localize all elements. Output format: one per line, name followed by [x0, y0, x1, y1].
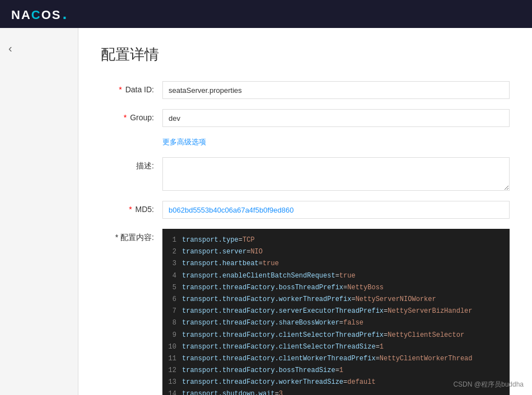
back-button[interactable]: ‹ — [6, 39, 72, 58]
line-number: 12 — [162, 365, 182, 376]
code-line: 4transport.enableClientBatchSendRequest=… — [162, 270, 510, 282]
data-id-row: * Data ID: — [101, 81, 510, 99]
group-row: * Group: — [101, 109, 510, 127]
required-mark: * — [119, 85, 122, 94]
page-title: 配置详情 — [101, 45, 510, 64]
line-number: 1 — [162, 235, 182, 246]
line-number: 13 — [162, 377, 182, 388]
required-mark3: * — [129, 205, 132, 214]
line-number: 11 — [162, 354, 182, 364]
line-content: transport.threadFactory.clientSelectorTh… — [182, 342, 384, 352]
line-number: 2 — [162, 247, 182, 257]
line-content: transport.threadFactory.bossThreadSize=1 — [182, 365, 343, 376]
md5-label: * MD5: — [101, 201, 162, 214]
config-content-row: * 配置内容: 1transport.type=TCP2transport.se… — [101, 229, 510, 395]
code-line: 10transport.threadFactory.clientSelector… — [162, 341, 510, 353]
line-number: 3 — [162, 258, 182, 269]
desc-row: 描述: — [101, 157, 510, 191]
group-label: * Group: — [101, 109, 162, 122]
line-number: 7 — [162, 306, 182, 317]
line-content: transport.threadFactory.serverExecutorTh… — [182, 306, 473, 317]
brand: NACOS. — [11, 5, 68, 23]
nacos-logo: NACOS. — [11, 5, 68, 23]
line-number: 6 — [162, 294, 182, 305]
code-line: 5transport.threadFactory.bossThreadPrefi… — [162, 282, 510, 294]
advanced-options-link[interactable]: 更多高级选项 — [162, 137, 510, 147]
line-content: transport.threadFactory.clientWorkerThre… — [182, 354, 473, 364]
code-editor[interactable]: 1transport.type=TCP2transport.server=NIO… — [162, 229, 510, 395]
md5-input[interactable] — [162, 201, 510, 219]
navbar: NACOS. — [0, 0, 532, 28]
code-line: 6transport.threadFactory.workerThreadPre… — [162, 294, 510, 305]
line-content: transport.threadFactory.workerThreadSize… — [182, 377, 376, 388]
line-number: 10 — [162, 342, 182, 352]
code-line: 7transport.threadFactory.serverExecutorT… — [162, 305, 510, 317]
group-input[interactable] — [162, 109, 510, 127]
line-content: transport.shutdown.wait=3 — [182, 389, 283, 395]
line-number: 4 — [162, 271, 182, 281]
code-line: 2transport.server=NIO — [162, 246, 510, 258]
line-content: transport.type=TCP — [182, 235, 255, 246]
required-mark2: * — [124, 113, 127, 122]
line-number: 5 — [162, 283, 182, 293]
line-content: transport.enableClientBatchSendRequest=t… — [182, 271, 356, 281]
code-line: 12transport.threadFactory.bossThreadSize… — [162, 365, 510, 377]
md5-row: * MD5: — [101, 201, 510, 219]
nacos-dot: . — [62, 5, 68, 22]
code-line: 1transport.type=TCP — [162, 234, 510, 246]
desc-textarea[interactable] — [162, 157, 510, 191]
line-content: transport.threadFactory.bossThreadPrefix… — [182, 283, 384, 293]
data-id-label: * Data ID: — [101, 81, 162, 94]
required-mark4: * — [115, 233, 118, 242]
main-content: 配置详情 * Data ID: * Group: 更多高级选项 描述: — [78, 28, 532, 395]
code-line: 3transport.heartbeat=true — [162, 258, 510, 270]
watermark: CSDN @程序员buddha — [453, 380, 524, 389]
line-number: 9 — [162, 330, 182, 341]
desc-label: 描述: — [101, 157, 162, 171]
line-content: transport.threadFactory.shareBossWorker=… — [182, 318, 363, 328]
line-number: 14 — [162, 389, 182, 395]
main-layout: ‹ 配置详情 * Data ID: * Group: 更多高级选项 描述: — [0, 28, 532, 395]
config-content-label: * 配置内容: — [101, 229, 162, 243]
sidebar: ‹ — [0, 28, 78, 395]
line-content: transport.threadFactory.clientSelectorTh… — [182, 330, 464, 341]
line-content: transport.threadFactory.workerThreadPref… — [182, 294, 436, 305]
code-line: 8transport.threadFactory.shareBossWorker… — [162, 317, 510, 329]
line-content: transport.heartbeat=true — [182, 258, 279, 269]
code-line: 11transport.threadFactory.clientWorkerTh… — [162, 353, 510, 365]
line-content: transport.server=NIO — [182, 247, 263, 257]
line-number: 8 — [162, 318, 182, 328]
code-line: 14transport.shutdown.wait=3 — [162, 388, 510, 395]
code-line: 9transport.threadFactory.clientSelectorT… — [162, 330, 510, 341]
data-id-input[interactable] — [162, 81, 510, 99]
